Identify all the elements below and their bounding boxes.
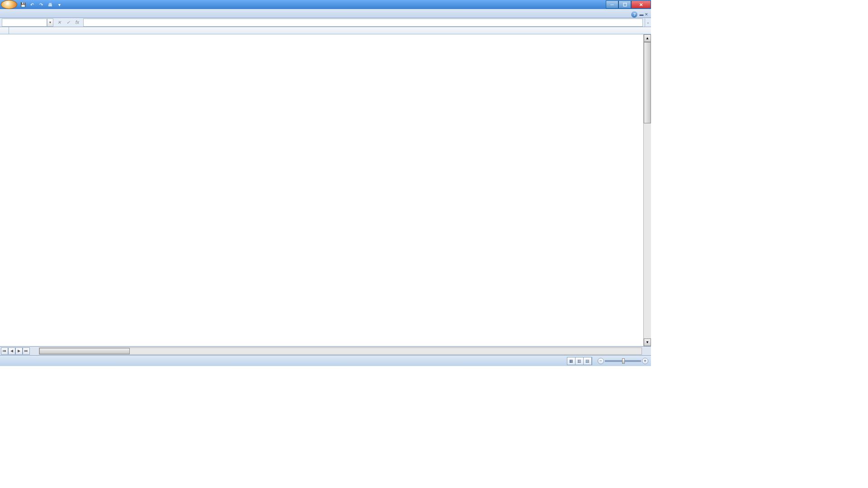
tab-next-icon[interactable]: ▶ (15, 347, 23, 355)
ribbon-help: ? ▬ ✕ (631, 11, 648, 18)
tab-first-icon[interactable]: ⏮ (1, 347, 8, 355)
sheet-tab-bar: ⏮ ◀ ▶ ⏭ (0, 346, 651, 355)
maximize-button[interactable]: ☐ (618, 0, 631, 9)
enter-formula-icon[interactable]: ✓ (64, 19, 72, 27)
view-buttons: ▦ ▥ ▤ (567, 357, 592, 365)
minimize-button[interactable]: ─ (606, 0, 618, 9)
page-break-view-icon[interactable]: ▤ (584, 357, 592, 365)
save-icon[interactable]: 💾 (19, 0, 27, 9)
zoom-in-icon[interactable]: + (642, 358, 648, 364)
titlebar: 💾 ↶ ↷ 🖶 ▾ ─ ☐ ✕ (0, 0, 651, 9)
scroll-up-icon[interactable]: ▲ (644, 34, 651, 42)
zoom-slider[interactable] (605, 360, 641, 362)
horizontal-scrollbar[interactable] (39, 347, 642, 355)
office-button[interactable] (1, 0, 17, 9)
tab-nav: ⏮ ◀ ▶ ⏭ (1, 347, 30, 355)
name-box[interactable] (2, 19, 47, 27)
cancel-formula-icon[interactable]: ✕ (55, 19, 63, 27)
qat-dropdown-icon[interactable]: ▾ (55, 0, 63, 9)
help-icon[interactable]: ? (631, 11, 637, 18)
status-bar: ▦ ▥ ▤ − + (0, 355, 651, 366)
spreadsheet-grid[interactable]: ▲ ▼ (0, 27, 651, 346)
tab-prev-icon[interactable]: ◀ (8, 347, 15, 355)
fx-icon[interactable]: fx (73, 19, 81, 27)
select-all-corner[interactable] (0, 27, 9, 34)
page-layout-view-icon[interactable]: ▥ (576, 357, 584, 365)
formula-input[interactable] (83, 19, 643, 27)
hscroll-thumb[interactable] (39, 348, 130, 354)
close-button[interactable]: ✕ (631, 0, 651, 9)
ribbon-minimize-icon[interactable]: ▬ ✕ (639, 12, 648, 17)
print-icon[interactable]: 🖶 (46, 0, 54, 9)
scroll-down-icon[interactable]: ▼ (644, 338, 651, 346)
window-controls: ─ ☐ ✕ (606, 0, 651, 9)
scroll-thumb[interactable] (644, 42, 651, 123)
column-headers (0, 27, 651, 34)
redo-icon[interactable]: ↷ (37, 0, 45, 9)
vertical-scrollbar[interactable]: ▲ ▼ (643, 34, 651, 346)
tab-last-icon[interactable]: ⏭ (23, 347, 30, 355)
undo-icon[interactable]: ↶ (28, 0, 36, 9)
normal-view-icon[interactable]: ▦ (567, 357, 576, 365)
formula-expand-icon[interactable]: ⌄ (645, 19, 651, 27)
zoom-out-icon[interactable]: − (598, 358, 604, 364)
name-box-dropdown-icon[interactable]: ▾ (47, 19, 53, 27)
ribbon-tabs: ? ▬ ✕ (0, 9, 651, 18)
formula-bar: ▾ ✕ ✓ fx ⌄ (0, 18, 651, 27)
quick-access-toolbar: 💾 ↶ ↷ 🖶 ▾ (19, 0, 63, 9)
